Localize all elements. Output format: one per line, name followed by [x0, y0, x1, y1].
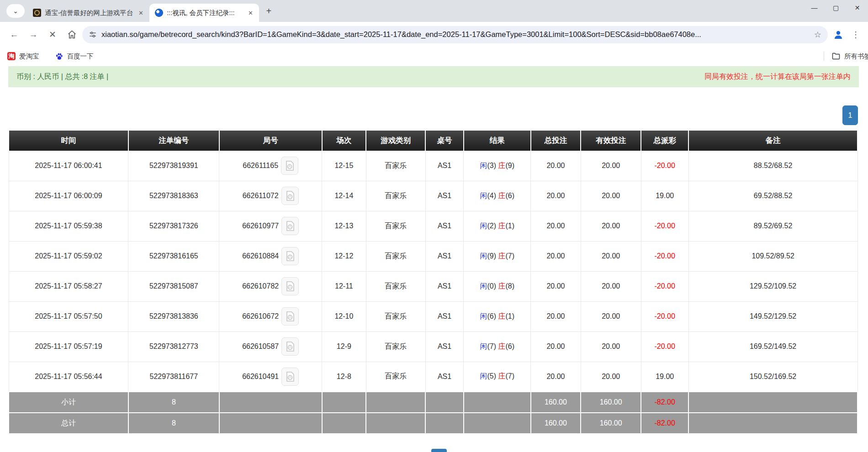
bookmarks-right: 所有书签 [824, 52, 868, 61]
table-header-row: 时间 注单编号 局号 场次 游戏类别 桌号 结果 总投注 有效投注 总派彩 备注 [9, 131, 857, 151]
video-replay-button[interactable] [281, 247, 299, 265]
note-cell: 88.52/68.52 [688, 151, 857, 181]
tab-bet-records[interactable]: :::视讯, 会员下注纪录::: ✕ [149, 4, 259, 22]
tab-close-icon[interactable]: ✕ [246, 9, 254, 17]
header-bet-id: 注单编号 [128, 131, 219, 151]
note-cell: 149.52/129.52 [688, 301, 857, 331]
film-record-icon [285, 371, 295, 382]
pagination-top: 1 [0, 105, 858, 125]
home-button[interactable] [63, 26, 80, 43]
session-cell: 12-12 [322, 241, 366, 271]
baidu-paw-icon [55, 52, 64, 61]
minimize-button[interactable]: — [804, 0, 825, 16]
round-cell: 662610491 [219, 362, 322, 392]
subtotal-count: 8 [128, 392, 219, 413]
time-cell: 2025-11-17 05:59:02 [9, 241, 128, 271]
total-bet-cell[interactable]: 20.00 [531, 241, 581, 271]
profile-avatar-icon [833, 29, 844, 40]
bookmark-aitaobao[interactable]: 淘 爱淘宝 [7, 52, 39, 61]
banker-label: 庄 [498, 282, 505, 290]
result-cell: 闲(5) 庄(7) [464, 362, 531, 392]
bookmark-baidu[interactable]: 百度一下 [55, 52, 94, 61]
video-replay-button[interactable] [281, 187, 299, 205]
time-cell: 2025-11-17 05:56:44 [9, 362, 128, 392]
result-cell: 闲(9) 庄(7) [464, 241, 531, 271]
banker-score: (7) [505, 252, 514, 260]
video-replay-button[interactable] [281, 368, 299, 386]
tab-tongbao[interactable]: 通宝-信誉最好的网上游戏平台 ✕ [27, 4, 149, 22]
address-bar[interactable]: xiaotian.so/game/betrecord_search/kind3?… [82, 26, 828, 43]
banker-label: 庄 [498, 252, 505, 260]
valid-bet-cell: 20.00 [581, 271, 641, 301]
round-cell: 662610782 [219, 271, 322, 301]
subtotal-valid-bet: 160.00 [581, 392, 641, 413]
session-cell: 12-8 [322, 362, 366, 392]
bet-id-cell: 522973811677 [128, 362, 219, 392]
forward-button[interactable]: → [25, 26, 42, 43]
total-bet-cell[interactable]: 20.00 [531, 362, 581, 392]
profile-button[interactable] [830, 26, 847, 43]
note-cell: 109.52/89.52 [688, 241, 857, 271]
video-replay-button[interactable] [281, 217, 299, 235]
payout-cell: 19.00 [641, 181, 688, 211]
subtotal-row: 小计 8 160.00 160.00 -82.00 [9, 392, 857, 413]
player-label: 闲 [480, 372, 487, 380]
total-bet-cell[interactable]: 20.00 [531, 331, 581, 362]
total-valid-bet: 160.00 [581, 413, 641, 434]
total-bet-cell[interactable]: 20.00 [531, 301, 581, 331]
tab-search-button[interactable]: ⌄ [6, 4, 25, 18]
valid-bet-cell: 20.00 [581, 181, 641, 211]
video-replay-button[interactable] [281, 337, 299, 356]
bet-id-cell: 522973817326 [128, 211, 219, 241]
video-replay-button[interactable] [281, 307, 299, 326]
table-no-cell: AS1 [425, 211, 464, 241]
video-replay-button[interactable] [281, 157, 298, 175]
result-cell: 闲(2) 庄(1) [464, 211, 531, 241]
new-tab-button[interactable]: + [262, 4, 275, 18]
session-cell: 12-11 [322, 271, 366, 301]
total-bet-cell[interactable]: 20.00 [531, 271, 581, 301]
session-cell: 12-13 [322, 211, 366, 241]
valid-bet-cell: 20.00 [581, 151, 641, 181]
total-bet-cell[interactable]: 20.00 [531, 211, 581, 241]
header-session: 场次 [322, 131, 366, 151]
close-button[interactable]: ✕ [847, 0, 868, 16]
all-bookmarks-button[interactable]: 所有书签 [831, 52, 868, 61]
game-type-cell: 百家乐 [366, 331, 425, 362]
payout-cell: 19.00 [641, 362, 688, 392]
result-cell: 闲(4) 庄(6) [464, 181, 531, 211]
back-button[interactable]: ← [5, 26, 23, 43]
bookmark-star-icon[interactable]: ☆ [814, 30, 821, 40]
summary-info-bar: 币别 : 人民币 | 总共 :8 注单 | 同局有效投注，统一计算在该局第一张注… [8, 66, 859, 87]
window-controls: — ▢ ✕ [804, 0, 868, 16]
browser-menu-button[interactable]: ⋮ [849, 26, 863, 43]
maximize-button[interactable]: ▢ [825, 0, 847, 16]
film-record-icon [285, 190, 295, 201]
banker-score: (8) [505, 282, 514, 290]
url-text[interactable]: xiaotian.so/game/betrecord_search/kind3?… [101, 30, 810, 39]
pagination-bottom-button[interactable] [431, 449, 447, 452]
bet-id-cell: 522973812773 [128, 331, 219, 362]
round-number: 662610491 [242, 373, 279, 381]
stop-button[interactable]: ✕ [44, 26, 61, 43]
site-info-icon[interactable] [89, 31, 97, 39]
tab-close-icon[interactable]: ✕ [137, 9, 145, 17]
header-round: 局号 [219, 131, 322, 151]
player-label: 闲 [480, 342, 487, 350]
total-payout: -82.00 [641, 413, 688, 434]
header-table-no: 桌号 [425, 131, 464, 151]
player-score: (3) [487, 162, 496, 169]
total-bet-cell[interactable]: 20.00 [531, 151, 581, 181]
table-no-cell: AS1 [425, 181, 464, 211]
film-record-icon [285, 251, 295, 262]
round-cell: 662610672 [219, 301, 322, 331]
banker-label: 庄 [498, 372, 505, 380]
player-score: (4) [487, 192, 496, 200]
round-cell: 662610587 [219, 331, 322, 362]
player-label: 闲 [480, 222, 487, 230]
video-replay-button[interactable] [281, 277, 299, 295]
banker-score: (1) [505, 312, 514, 320]
total-bet-cell[interactable]: 20.00 [531, 181, 581, 211]
page-1-button[interactable]: 1 [842, 105, 858, 125]
subtotal-payout: -82.00 [641, 392, 688, 413]
